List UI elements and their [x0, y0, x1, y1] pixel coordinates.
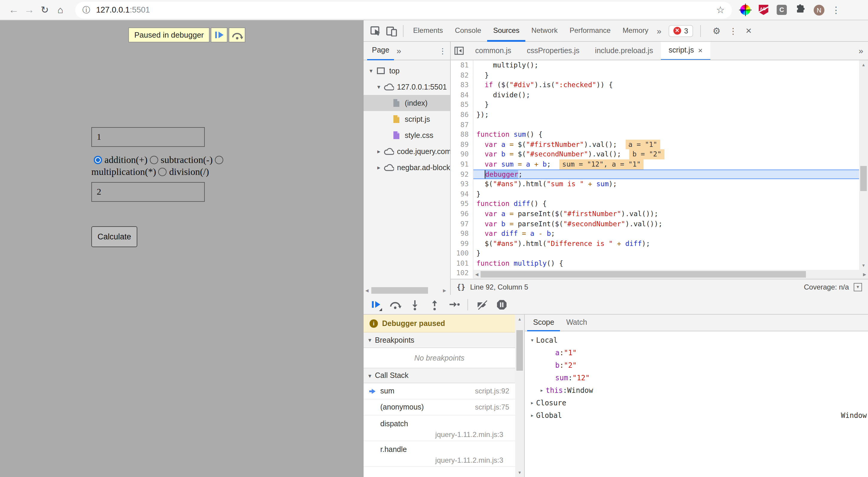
- code-line-91[interactable]: 91 var sum = a + b;sum = "12", a = "1": [451, 159, 859, 169]
- navigator-horizontal-scrollbar[interactable]: ◀ ▶: [364, 286, 450, 295]
- scroll-up-icon[interactable]: ▲: [862, 60, 866, 69]
- scope-row-b[interactable]: b: "2": [525, 359, 868, 371]
- code-line-98[interactable]: 98 var diff = a - b;: [451, 229, 859, 238]
- code-line-93[interactable]: 93 $("#ans").html("sum is " + sum);: [451, 179, 859, 189]
- tab-watch[interactable]: Watch: [560, 315, 593, 331]
- bookmark-star-icon[interactable]: ☆: [716, 4, 725, 15]
- tab-memory[interactable]: Memory: [617, 20, 655, 42]
- more-panels-icon[interactable]: »: [657, 26, 661, 35]
- scroll-left-icon[interactable]: ◀: [475, 270, 478, 279]
- code-line-89[interactable]: 89 var a = $("#firstNumber").val();a = "…: [451, 140, 859, 150]
- file-tab-script-js[interactable]: script.js×: [661, 42, 710, 60]
- hide-navigator-icon[interactable]: [454, 46, 464, 55]
- step-icon[interactable]: [446, 297, 463, 312]
- scope-expand-icon[interactable]: ▸: [538, 387, 546, 393]
- url-bar[interactable]: ⓘ 127.0.0.1:5501 ☆: [75, 1, 732, 18]
- scrollbar-thumb[interactable]: [516, 330, 523, 371]
- step-out-icon[interactable]: [426, 297, 443, 312]
- tree-item-code-jquery-com[interactable]: ▸code.jquery.com: [364, 143, 450, 159]
- inspect-element-icon[interactable]: [368, 25, 384, 36]
- scrollbar-thumb[interactable]: [371, 287, 428, 294]
- callstack-section-header[interactable]: ▾ Call Stack: [364, 368, 515, 383]
- step-into-icon[interactable]: [407, 297, 423, 312]
- devtools-menu-icon[interactable]: ⋮: [729, 26, 737, 35]
- editor-vertical-scrollbar[interactable]: ▲ ▼: [859, 60, 868, 270]
- close-tab-icon[interactable]: ×: [698, 42, 703, 59]
- tree-collapse-icon[interactable]: ▾: [367, 67, 375, 74]
- code-region[interactable]: 81 multiply();82 }83 if ($("#div").is(":…: [451, 60, 868, 279]
- tab-elements[interactable]: Elements: [407, 20, 449, 42]
- tab-console[interactable]: Console: [449, 20, 487, 42]
- breakpoints-section-header[interactable]: ▾ Breakpoints: [364, 332, 515, 348]
- radio-division[interactable]: [158, 168, 167, 176]
- collapse-icon[interactable]: ▾: [368, 337, 371, 343]
- tab-sources[interactable]: Sources: [487, 20, 525, 42]
- tree-item-script-js[interactable]: script.js: [364, 111, 450, 127]
- color-wheel-extension-icon[interactable]: [740, 5, 750, 15]
- code-line-100[interactable]: 100}: [451, 249, 859, 258]
- tree-item-127-0-0-1-5501[interactable]: ▾127.0.0.1:5501: [364, 79, 450, 95]
- first-number-input[interactable]: [91, 127, 205, 147]
- calculate-button[interactable]: Calculate: [91, 226, 137, 247]
- file-tab-cssproperties-js[interactable]: cssProperties.js: [519, 42, 587, 60]
- back-icon[interactable]: ←: [6, 0, 22, 20]
- editor-horizontal-scrollbar[interactable]: ◀ ▶: [473, 270, 868, 279]
- reload-icon[interactable]: ↻: [37, 0, 53, 20]
- callstack-frame-anonymous[interactable]: (anonymous)script.js:75: [364, 400, 515, 415]
- c-extension-icon[interactable]: C: [777, 5, 787, 15]
- tree-collapse-icon[interactable]: ▾: [375, 84, 383, 90]
- scroll-down-icon[interactable]: ▼: [862, 261, 866, 270]
- tree-item-top[interactable]: ▾top: [364, 63, 450, 79]
- scope-row-closure[interactable]: ▸Closure: [525, 396, 868, 409]
- code-line-83[interactable]: 83 if ($("#div").is(":checked")) {: [451, 80, 859, 90]
- navigator-menu-icon[interactable]: ⋮: [439, 46, 446, 55]
- profile-avatar[interactable]: N: [814, 4, 825, 15]
- device-toolbar-icon[interactable]: [384, 25, 399, 36]
- tree-item-style-css[interactable]: style.css: [364, 127, 450, 143]
- scope-collapse-icon[interactable]: ▾: [528, 337, 536, 343]
- code-line-82[interactable]: 82 }: [451, 70, 859, 80]
- adblock-extension-icon[interactable]: AB: [759, 5, 768, 15]
- code-line-99[interactable]: 99 $("#ans").html("Difference is " + dif…: [451, 238, 859, 248]
- tree-item-index[interactable]: (index): [364, 95, 450, 111]
- code-line-94[interactable]: 94}: [451, 189, 859, 199]
- second-number-input[interactable]: [91, 182, 205, 202]
- close-devtools-icon[interactable]: ×: [746, 25, 752, 37]
- code-line-101[interactable]: 101function multiply() {: [451, 258, 859, 268]
- tree-expand-icon[interactable]: ▸: [375, 164, 383, 171]
- collapse-icon[interactable]: ▾: [368, 372, 371, 379]
- step-over-button[interactable]: [229, 28, 246, 42]
- file-tab-common-js[interactable]: common.js: [467, 42, 519, 60]
- extensions-puzzle-icon[interactable]: [795, 4, 805, 16]
- code-line-84[interactable]: 84 divide();: [451, 90, 859, 100]
- scroll-down-icon[interactable]: ▼: [518, 468, 522, 477]
- deactivate-breakpoints-icon[interactable]: [473, 297, 490, 312]
- scope-row-a[interactable]: a: "1": [525, 346, 868, 359]
- resume-script-button[interactable]: [211, 28, 228, 42]
- pause-on-exceptions-icon[interactable]: [493, 297, 510, 312]
- tab-scope[interactable]: Scope: [527, 315, 560, 331]
- code-line-96[interactable]: 96 var a = parseInt($("#firstNumber").va…: [451, 209, 859, 219]
- error-badge[interactable]: ✕ 3: [669, 25, 693, 37]
- scope-expand-icon[interactable]: ▸: [528, 400, 536, 406]
- code-line-88[interactable]: 88function sum() {: [451, 130, 859, 139]
- scope-expand-icon[interactable]: ▸: [528, 412, 536, 418]
- code-line-85[interactable]: 85 }: [451, 100, 859, 110]
- callstack-frame-r-handle[interactable]: r.handlejquery-1.11.2.min.js:3: [364, 441, 515, 467]
- scroll-right-icon[interactable]: ▶: [443, 286, 446, 295]
- code-line-92[interactable]: 92 debugger;: [451, 169, 859, 179]
- pretty-print-icon[interactable]: {}: [457, 283, 465, 291]
- scope-row-sum[interactable]: sum: "12": [525, 371, 868, 384]
- code-line-90[interactable]: 90 var b = $("#secondNumber").val();b = …: [451, 150, 859, 159]
- radio-addition[interactable]: [94, 156, 102, 164]
- code-line-97[interactable]: 97 var b = parseInt($("#secondNumber").v…: [451, 219, 859, 229]
- scroll-right-icon[interactable]: ▶: [863, 270, 866, 279]
- radio-subtraction[interactable]: [150, 156, 158, 164]
- page-info-icon[interactable]: ⓘ: [82, 4, 90, 15]
- resume-script-icon[interactable]: [367, 297, 384, 312]
- scroll-left-icon[interactable]: ◀: [365, 286, 369, 295]
- scroll-up-icon[interactable]: ▲: [518, 315, 522, 324]
- scrollbar-thumb[interactable]: [860, 166, 867, 191]
- debugger-sidebar-scrollbar[interactable]: ▲ ▼: [515, 315, 524, 477]
- coverage-popover-icon[interactable]: ▼: [854, 283, 862, 291]
